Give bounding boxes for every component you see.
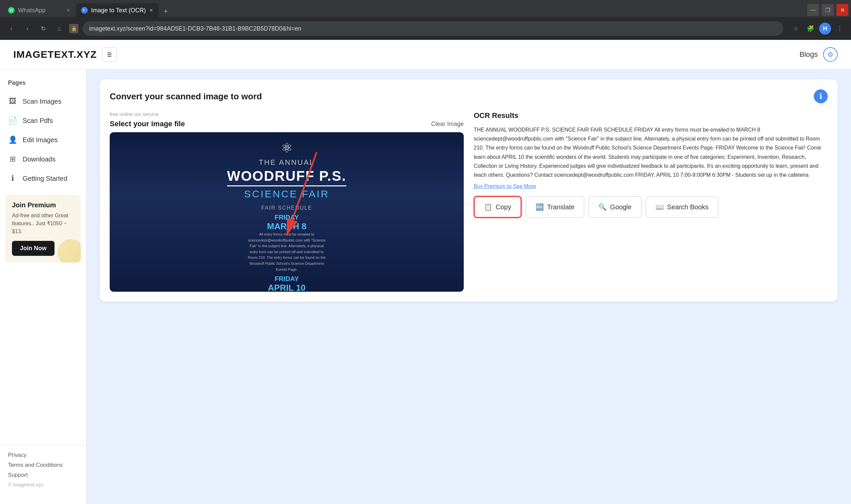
poster-friday-1: FRIDAY — [274, 214, 299, 221]
action-buttons: 📋 Copy 🔤 Translate 🔍 Google — [474, 196, 828, 218]
tab-ocr-close[interactable]: ✕ — [149, 7, 153, 13]
main-layout: Pages 🖼 Scan Images 📄 Scan Pdfs 👤 Edit I… — [0, 69, 851, 504]
tab-whatsapp-label: WhatsApp — [18, 7, 46, 14]
copy-icon: 📋 — [484, 203, 492, 211]
card-header: Convert your scanned image to word ℹ — [110, 89, 828, 103]
clear-image-button[interactable]: Clear Image — [431, 121, 464, 128]
sidebar-item-downloads[interactable]: ⊞ Downloads — [0, 149, 86, 169]
settings-icon: ⚙ — [828, 51, 833, 58]
main-content-area: Convert your scanned image to word ℹ fre… — [86, 69, 851, 504]
home-button[interactable]: ⌂ — [53, 23, 65, 35]
privacy-link[interactable]: Privacy — [8, 452, 78, 458]
poster-march-8: MARCH 8 — [267, 221, 306, 232]
menu-icon[interactable]: ⋮ — [834, 23, 846, 35]
blogs-link[interactable]: Blogs — [799, 50, 818, 59]
site-logo: IMAGETEXT.XYZ — [13, 49, 97, 60]
sidebar-item-scan-images[interactable]: 🖼 Scan Images — [0, 92, 86, 111]
search-books-icon: 📖 — [656, 203, 664, 211]
premium-title: Join Premium — [12, 201, 74, 209]
address-bar: ‹ › ↻ ⌂ 🔒 ☆ 🧩 H ⋮ — [0, 17, 851, 40]
page-content: IMAGETEXT.XYZ ☰ Blogs ⚙ Pages 🖼 Scan Ima… — [0, 40, 851, 504]
bookmark-icon[interactable]: ☆ — [790, 23, 802, 35]
getting-started-icon: ℹ — [8, 174, 17, 183]
ocr-favicon: 🔍 — [81, 7, 88, 14]
tab-ocr[interactable]: 🔍 Image to Text (OCR) ✕ — [76, 3, 159, 17]
poster-small-text-1: All entry forms must be emailed to scien… — [244, 232, 330, 272]
sidebar-footer: Privacy Terms and Conditions Support © i… — [0, 445, 86, 494]
downloads-icon: ⊞ — [8, 155, 17, 163]
sidebar: Pages 🖼 Scan Images 📄 Scan Pdfs 👤 Edit I… — [0, 69, 86, 504]
sidebar-item-downloads-label: Downloads — [23, 156, 55, 163]
poster-fair-schedule: FAIR SCHEDULE — [261, 205, 312, 211]
content-card: Convert your scanned image to word ℹ fre… — [100, 79, 838, 302]
premium-decoration — [57, 239, 81, 263]
url-input[interactable] — [83, 21, 783, 36]
extensions-icon[interactable]: 🧩 — [804, 23, 816, 35]
join-now-button[interactable]: Join Now — [12, 241, 54, 256]
image-preview: ⚛ THE ANNUAL WOODRUFF P.S. SCIENCE FAIR … — [110, 132, 464, 292]
sidebar-item-edit-images-label: Edit Images — [23, 136, 58, 144]
buy-premium-link[interactable]: Buy Premium to See More — [474, 183, 828, 190]
poster-april-10: APRIL 10 — [268, 283, 306, 292]
sidebar-item-scan-pdfs-label: Scan Pdfs — [23, 117, 53, 125]
card-title: Convert your scanned image to word — [110, 91, 262, 102]
tab-bar: W WhatsApp ✕ 🔍 Image to Text (OCR) ✕ + —… — [0, 0, 851, 17]
ssl-icon: 🔒 — [69, 24, 78, 33]
terms-link[interactable]: Terms and Conditions — [8, 462, 78, 468]
browser-window: W WhatsApp ✕ 🔍 Image to Text (OCR) ✕ + —… — [0, 0, 851, 504]
image-section: free online ocr service Select your imag… — [110, 111, 464, 292]
ocr-text-content: THE ANNUAL WOODRUFF P.S. SCIENCE FAIR FA… — [474, 125, 828, 179]
info-circle-icon: ℹ — [819, 92, 822, 101]
pages-label: Pages — [0, 79, 86, 92]
maximize-button[interactable]: ❐ — [822, 4, 834, 16]
header-right: Blogs ⚙ — [799, 47, 838, 62]
poster-science-fair: SCIENCE FAIR — [244, 188, 329, 200]
translate-button[interactable]: 🔤 Translate — [526, 196, 585, 218]
hamburger-icon: ☰ — [107, 52, 112, 58]
tab-ocr-label: Image to Text (OCR) — [91, 7, 146, 14]
back-button[interactable]: ‹ — [5, 23, 17, 35]
scan-images-icon: 🖼 — [8, 97, 17, 106]
google-button[interactable]: 🔍 Google — [588, 196, 642, 218]
edit-images-icon: 👤 — [8, 136, 17, 144]
support-link[interactable]: Support — [8, 472, 78, 479]
tab-whatsapp-close[interactable]: ✕ — [67, 7, 70, 13]
poster-woodruff: WOODRUFF P.S. — [227, 168, 347, 186]
close-button[interactable]: ✕ — [836, 4, 848, 16]
hamburger-button[interactable]: ☰ — [102, 47, 117, 62]
sidebar-item-getting-started-label: Getting Started — [23, 175, 68, 182]
science-fair-poster: ⚛ THE ANNUAL WOODRUFF P.S. SCIENCE FAIR … — [110, 132, 464, 292]
refresh-button[interactable]: ↻ — [37, 23, 49, 35]
sidebar-item-scan-pdfs[interactable]: 📄 Scan Pdfs — [0, 111, 86, 130]
copy-label: Copy — [496, 203, 511, 211]
copyright-text: © imagetext.xyz — [8, 482, 78, 487]
forward-button[interactable]: › — [21, 23, 33, 35]
ocr-results-title: OCR Results — [474, 111, 828, 120]
poster-atom-icon: ⚛ — [281, 140, 293, 156]
translate-label: Translate — [547, 203, 575, 211]
poster-the-annual: THE ANNUAL — [259, 158, 315, 167]
tab-whatsapp[interactable]: W WhatsApp ✕ — [3, 3, 76, 17]
toolbar-icons: ☆ 🧩 H ⋮ — [790, 23, 846, 35]
info-button[interactable]: ℹ — [814, 89, 828, 103]
google-icon: 🔍 — [598, 203, 607, 211]
profile-icon[interactable]: H — [819, 23, 831, 35]
poster-friday-2: FRIDAY — [274, 275, 299, 283]
image-header: Select your image file Clear Image — [110, 120, 464, 128]
google-label: Google — [610, 203, 632, 211]
copy-button[interactable]: 📋 Copy — [474, 196, 521, 218]
ocr-layout: free online ocr service Select your imag… — [110, 111, 828, 292]
site-header: IMAGETEXT.XYZ ☰ Blogs ⚙ — [0, 40, 851, 69]
premium-box: Join Premium Ad-free and other Great fea… — [5, 195, 81, 263]
sidebar-item-edit-images[interactable]: 👤 Edit Images — [0, 130, 86, 149]
minimize-button[interactable]: — — [807, 4, 819, 16]
ocr-section: OCR Results THE ANNUAL WOODRUFF P.S. SCI… — [474, 111, 828, 292]
new-tab-button[interactable]: + — [160, 5, 172, 17]
settings-button[interactable]: ⚙ — [823, 47, 838, 62]
search-books-button[interactable]: 📖 Search Books — [645, 196, 719, 218]
upload-label: free online ocr service — [110, 111, 464, 117]
scan-pdfs-icon: 📄 — [8, 116, 17, 125]
select-image-title: Select your image file — [110, 120, 185, 128]
sidebar-item-getting-started[interactable]: ℹ Getting Started — [0, 169, 86, 188]
whatsapp-favicon: W — [8, 7, 15, 14]
